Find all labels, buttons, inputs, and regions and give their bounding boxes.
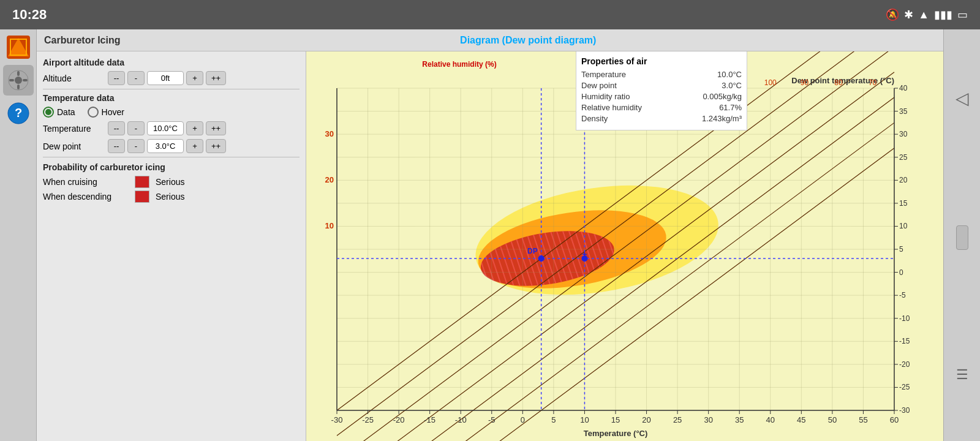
radio-data-inner: [45, 109, 51, 115]
prop-hr-value: 0.005kg/kg: [703, 92, 742, 101]
divider-2: [43, 157, 300, 157]
radio-row: Data Hover: [43, 107, 300, 118]
prop-row-temperature: Temperature 10.0°C: [581, 70, 742, 79]
altitude-value: 0ft: [147, 71, 184, 85]
dp-btn-minus-minus[interactable]: --: [108, 139, 125, 153]
prop-row-density: Density 1.243kg/m³: [581, 114, 742, 123]
right-arrow-icon[interactable]: ◁: [956, 88, 969, 108]
control-panel: Airport altitude data Altitude -- - 0ft …: [37, 51, 306, 441]
radio-data-circle: [43, 107, 54, 118]
temp-btn-plus-plus[interactable]: ++: [206, 121, 226, 135]
battery-icon: ▭: [957, 8, 968, 21]
dp-btn-plus-plus[interactable]: ++: [206, 139, 226, 153]
altitude-row: Altitude -- - 0ft + ++: [43, 71, 300, 85]
temperature-buttons: -- - 10.0°C + ++: [108, 121, 226, 135]
radio-hover-label: Hover: [102, 107, 124, 117]
properties-title: Properties of air: [581, 56, 742, 66]
altitude-label: Altitude: [43, 74, 104, 83]
prob-cruising-severity: Serious: [156, 177, 184, 187]
prop-rh-label: Relative humidity: [581, 103, 642, 112]
altitude-btn-minus[interactable]: -: [127, 71, 145, 85]
prob-descending-label: When descending: [43, 192, 129, 202]
prob-descending-severity: Serious: [156, 192, 184, 202]
radio-data-label: Data: [57, 107, 75, 117]
dewpoint-row: Dew point -- - 3.0°C + ++: [43, 139, 300, 153]
prob-descending-color: [135, 190, 149, 203]
status-time: 10:28: [12, 7, 47, 23]
prop-density-label: Density: [581, 114, 608, 123]
temperature-row: Temperature -- - 10.0°C + ++: [43, 121, 300, 135]
prob-row-cruising: When cruising Serious: [43, 176, 300, 188]
svg-point-4: [15, 77, 22, 84]
chart-wrapper: Properties of air Temperature 10.0°C Dew…: [306, 51, 943, 441]
sidebar-icon-logo[interactable]: [3, 32, 34, 62]
prop-dp-value: 3.0°C: [722, 81, 742, 90]
prop-density-value: 1.243kg/m³: [702, 114, 742, 123]
radio-hover[interactable]: Hover: [88, 107, 124, 118]
prop-temp-label: Temperature: [581, 70, 626, 79]
temp-section-title: Temperature data: [43, 93, 300, 103]
altitude-btn-plus[interactable]: +: [186, 71, 203, 85]
right-panel: ◁ ☰: [943, 29, 980, 441]
altitude-btn-minus-minus[interactable]: --: [108, 71, 125, 85]
dp-btn-plus[interactable]: +: [186, 139, 203, 153]
altitude-buttons: -- - 0ft + ++: [108, 71, 226, 85]
dewpoint-label: Dew point: [43, 141, 104, 151]
properties-panel: Properties of air Temperature 10.0°C Dew…: [576, 51, 747, 130]
status-icons: 🔕 ✱ ▲ ▮▮▮ ▭: [886, 8, 968, 21]
app-title: Carburetor Icing: [44, 35, 120, 46]
top-bar: Carburetor Icing Diagram (Dew point diag…: [37, 29, 943, 51]
svg-rect-6: [17, 85, 20, 89]
dp-btn-minus[interactable]: -: [127, 139, 145, 153]
wifi-icon: ▲: [918, 9, 929, 21]
content-area: Airport altitude data Altitude -- - 0ft …: [37, 51, 943, 441]
altitude-btn-plus-plus[interactable]: ++: [206, 71, 226, 85]
prob-section-title: Probability of carburetor icing: [43, 162, 300, 172]
prop-temp-value: 10.0°C: [717, 70, 742, 79]
temp-btn-minus[interactable]: -: [127, 121, 145, 135]
app-container: ? Carburetor Icing Diagram (Dew point di…: [0, 29, 980, 441]
dewpoint-value: 3.0°C: [147, 139, 184, 153]
prop-hr-label: Humidity ratio: [581, 92, 630, 101]
temp-btn-plus[interactable]: +: [186, 121, 203, 135]
right-scrollbar[interactable]: [956, 225, 968, 250]
prop-row-rel-humidity: Relative humidity 61.7%: [581, 103, 742, 112]
status-bar: 10:28 🔕 ✱ ▲ ▮▮▮ ▭: [0, 0, 980, 29]
radio-hover-circle: [88, 107, 99, 118]
signal-icon: ▮▮▮: [934, 8, 952, 21]
prop-dp-label: Dew point: [581, 81, 617, 90]
mute-icon: 🔕: [886, 8, 899, 21]
svg-rect-7: [9, 79, 14, 81]
prob-cruising-color: [135, 176, 149, 188]
radio-data[interactable]: Data: [43, 107, 75, 118]
prop-rh-value: 61.7%: [719, 103, 742, 112]
temp-btn-minus-minus[interactable]: --: [108, 121, 125, 135]
svg-text:?: ?: [14, 106, 21, 119]
probability-section: Probability of carburetor icing When cru…: [43, 162, 300, 203]
diagram-title: Diagram (Dew point diagram): [460, 35, 596, 46]
svg-rect-8: [23, 79, 28, 81]
dewpoint-buttons: -- - 3.0°C + ++: [108, 139, 226, 153]
temperature-value: 10.0°C: [147, 121, 184, 135]
prop-row-humidity-ratio: Humidity ratio 0.005kg/kg: [581, 92, 742, 101]
prob-row-descending: When descending Serious: [43, 190, 300, 203]
sidebar-icon-settings[interactable]: [3, 65, 34, 96]
sidebar-icon-help[interactable]: ?: [3, 98, 34, 129]
divider-1: [43, 89, 300, 89]
prob-cruising-label: When cruising: [43, 177, 129, 187]
right-menu-icon[interactable]: ☰: [956, 367, 968, 383]
prop-row-dewpoint: Dew point 3.0°C: [581, 81, 742, 90]
svg-rect-5: [17, 71, 20, 76]
sidebar: ?: [0, 29, 37, 441]
temperature-label: Temperature: [43, 124, 104, 134]
altitude-section-title: Airport altitude data: [43, 58, 300, 67]
bluetooth-icon: ✱: [904, 8, 913, 21]
